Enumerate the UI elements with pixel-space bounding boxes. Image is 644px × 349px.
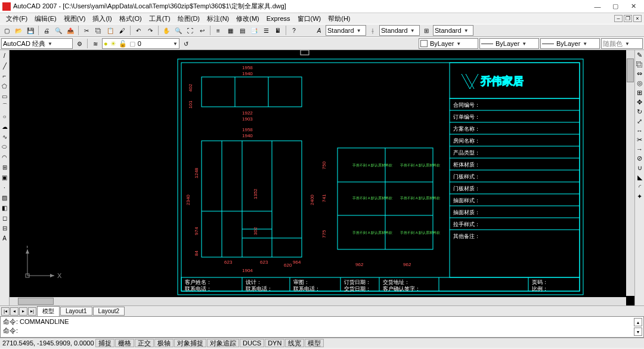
revcloud-icon[interactable]: ☁ — [1, 122, 9, 131]
color-combo[interactable]: ByLayer▼ — [419, 38, 478, 49]
print-icon[interactable]: 🖨 — [41, 25, 52, 36]
ellipsearc-icon[interactable]: ◠ — [1, 153, 9, 161]
menu-draw[interactable]: 绘图(D) — [174, 14, 203, 24]
menu-modify[interactable]: 修改(M) — [233, 14, 263, 24]
break-icon[interactable]: ⊘ — [637, 155, 642, 162]
workspace-settings-icon[interactable]: ⚙ — [74, 38, 85, 49]
match-icon[interactable]: 🖌 — [117, 25, 128, 36]
cut-icon[interactable]: ✂ — [81, 25, 92, 36]
polar-button[interactable]: 极轴 — [154, 339, 174, 347]
array-icon[interactable]: ⊞ — [637, 89, 642, 97]
cmd-scroll-up[interactable]: ▴ — [634, 318, 642, 326]
markup-icon[interactable]: ☰ — [261, 25, 271, 36]
close-button[interactable]: ✕ — [625, 1, 642, 12]
tab-model[interactable]: 模型 — [37, 306, 60, 317]
dimstyle-icon[interactable]: ⟊ — [367, 25, 378, 36]
extend-icon[interactable]: → — [636, 146, 643, 153]
arc-icon[interactable]: ⌒ — [1, 102, 9, 110]
dcenter-icon[interactable]: ▦ — [225, 25, 236, 36]
save-icon[interactable]: 💾 — [25, 25, 36, 36]
tab-prev[interactable]: ◂ — [10, 307, 18, 316]
mtext-icon[interactable]: A — [1, 234, 9, 242]
mdi-restore[interactable]: ❐ — [624, 15, 632, 22]
hatch-icon[interactable]: ▨ — [1, 193, 9, 202]
help-icon[interactable]: ? — [289, 25, 299, 36]
lwt-button[interactable]: 线宽 — [285, 339, 304, 347]
minimize-button[interactable]: — — [589, 1, 606, 12]
menu-express[interactable]: Express — [263, 14, 294, 23]
explode-icon[interactable]: ✦ — [637, 193, 642, 200]
sheet-icon[interactable]: 📑 — [249, 25, 259, 36]
pan-icon[interactable]: ✋ — [161, 25, 172, 36]
preview-icon[interactable]: 🔍 — [53, 25, 64, 36]
rect-icon[interactable]: ▭ — [1, 92, 9, 100]
menu-window[interactable]: 窗口(W) — [294, 14, 325, 24]
block-icon[interactable]: ▣ — [1, 173, 9, 181]
menu-insert[interactable]: 插入(I) — [89, 14, 115, 24]
zoom-icon[interactable]: 🔍 — [173, 25, 184, 36]
otrack-button[interactable]: 对象追踪 — [207, 339, 239, 347]
paste-icon[interactable]: 📋 — [105, 25, 116, 36]
model-button[interactable]: 模型 — [305, 339, 324, 347]
tab-next[interactable]: ▸ — [19, 307, 27, 316]
menu-view[interactable]: 视图(V) — [60, 14, 89, 24]
mdi-close[interactable]: × — [633, 15, 642, 22]
dimstyle-combo[interactable]: Standard▼ — [379, 25, 420, 36]
gradient-icon[interactable]: ◧ — [1, 203, 9, 212]
trim-icon[interactable]: ✂ — [637, 136, 642, 144]
layer-combo[interactable]: ●☀🔓▢ 0▼ — [102, 38, 179, 49]
menu-tools[interactable]: 工具(T) — [145, 14, 174, 24]
tablestyle-icon[interactable]: ⊞ — [421, 25, 432, 36]
lineweight-combo[interactable]: ByLayer▼ — [540, 38, 600, 49]
table-icon[interactable]: ⊟ — [1, 224, 9, 232]
linetype-combo[interactable]: ByLayer▼ — [479, 38, 539, 49]
dyn-button[interactable]: DYN — [265, 339, 284, 347]
tab-layout1[interactable]: Layout1 — [60, 307, 92, 316]
textstyle-icon[interactable]: A — [314, 25, 324, 36]
region-icon[interactable]: ◻ — [1, 214, 9, 222]
undo-icon[interactable]: ↶ — [133, 25, 144, 36]
mirror-icon[interactable]: ⇔ — [637, 70, 642, 78]
drawing-viewport[interactable]: 1958 1940 1922 1903 402 101 1958 1940 23… — [10, 50, 634, 305]
join-icon[interactable]: ∪ — [637, 164, 642, 172]
menu-dimension[interactable]: 标注(N) — [203, 14, 233, 24]
new-icon[interactable]: ▢ — [1, 25, 12, 36]
polygon-icon[interactable]: ⬠ — [1, 82, 9, 90]
tablestyle-combo[interactable]: Standard▼ — [433, 25, 473, 36]
tab-layout2[interactable]: Layout2 — [93, 307, 125, 316]
menu-edit[interactable]: 编辑(E) — [31, 14, 60, 24]
scale-icon[interactable]: ⤢ — [637, 118, 642, 125]
circle-icon[interactable]: ○ — [1, 112, 9, 121]
fillet-icon[interactable]: ◜ — [639, 183, 641, 191]
mdi-minimize[interactable]: – — [614, 15, 623, 22]
calc-icon[interactable]: 🖩 — [273, 25, 283, 36]
command-line[interactable]: 命令: COMMANDLINE 命令: ▴ ▾ — [0, 316, 644, 338]
layer-prev-icon[interactable]: ↺ — [181, 38, 191, 49]
scrollbar-vertical[interactable] — [626, 50, 634, 296]
point-icon[interactable]: · — [1, 183, 9, 192]
copy2-icon[interactable]: ⿻ — [636, 61, 643, 68]
redo-icon[interactable]: ↷ — [145, 25, 156, 36]
zoomprev-icon[interactable]: ↩ — [197, 25, 208, 36]
plotstyle-combo[interactable]: 随颜色▼ — [601, 38, 643, 49]
spline-icon[interactable]: ∿ — [1, 132, 9, 141]
erase-icon[interactable]: ✎ — [637, 51, 642, 59]
offset-icon[interactable]: ◎ — [637, 79, 643, 87]
ortho-button[interactable]: 正交 — [135, 339, 154, 347]
grid-button[interactable]: 栅格 — [115, 339, 134, 347]
menu-file[interactable]: 文件(F) — [2, 14, 31, 24]
maximize-button[interactable]: ▢ — [607, 1, 624, 12]
ducs-button[interactable]: DUCS — [240, 339, 264, 347]
scrollbar-horizontal[interactable] — [10, 297, 626, 305]
properties-icon[interactable]: ≡ — [213, 25, 224, 36]
publish-icon[interactable]: 📤 — [65, 25, 76, 36]
cmd-scroll-down[interactable]: ▾ — [634, 328, 642, 336]
menu-format[interactable]: 格式(O) — [116, 14, 145, 24]
rotate-icon[interactable]: ↻ — [637, 108, 642, 116]
zoomwin-icon[interactable]: ⛶ — [185, 25, 196, 36]
osnap-button[interactable]: 对象捕捉 — [174, 339, 206, 347]
chamfer-icon[interactable]: ◣ — [637, 174, 642, 181]
move-icon[interactable]: ✥ — [637, 98, 642, 106]
tab-first[interactable]: |◂ — [1, 307, 10, 316]
menu-help[interactable]: 帮助(H) — [324, 14, 354, 24]
